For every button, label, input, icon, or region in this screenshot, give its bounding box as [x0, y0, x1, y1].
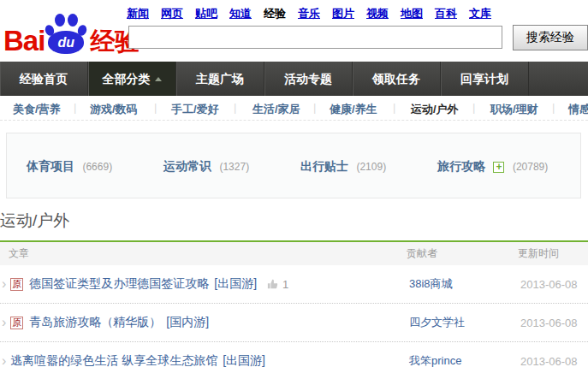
subcategory-count: (1327) — [219, 161, 249, 173]
category-career[interactable]: 职场/理财 — [490, 102, 538, 117]
article-cell: › 原 青岛旅游攻略（精华版） [国内游] — [0, 315, 407, 330]
main-nav: 经验首页 全部分类 主题广场 活动专题 领取任务 回享计划 — [0, 62, 588, 96]
article-cell: › 逃离喧嚣的绿色生活 纵享全球生态旅馆 [出国游] — [0, 353, 407, 369]
category-emotion[interactable]: 情感/交际 — [568, 102, 588, 117]
search-button[interactable]: 搜索经验 — [513, 25, 588, 50]
main-nav-all-categories-label: 全部分类 — [103, 72, 151, 86]
search-input[interactable] — [128, 26, 502, 49]
main-nav-home[interactable]: 经验首页 — [0, 62, 88, 96]
category-separator — [74, 101, 76, 114]
top-nav-zhidao[interactable]: 知道 — [229, 7, 252, 20]
chevron-right-icon: › — [2, 354, 6, 368]
logo-bai-text: Bai — [3, 28, 45, 54]
thumbs-up-icon — [267, 278, 279, 290]
chevron-right-icon: › — [2, 316, 6, 329]
header-updated: 更新时间 — [518, 242, 588, 265]
top-nav-news[interactable]: 新闻 — [127, 7, 149, 20]
contributor-cell: 38i8商城 — [407, 276, 518, 292]
article-tag[interactable]: [国内游] — [166, 315, 209, 330]
top-nav-video[interactable]: 视频 — [366, 7, 389, 20]
main-nav-huixiang-plan[interactable]: 回享计划 — [441, 62, 529, 96]
subcategory-count: (20789) — [513, 161, 548, 173]
table-row: › 原 青岛旅游攻略（精华版） [国内游] 四夕文学社 2013-06-08 — [0, 304, 588, 342]
main-nav-all-categories[interactable]: 全部分类 — [88, 62, 176, 96]
contributor-cell: 我笨prince — [407, 353, 518, 369]
category-games[interactable]: 游戏/数码 — [90, 102, 138, 117]
header-contributor: 贡献者 — [407, 242, 518, 265]
original-badge: 原 — [10, 317, 23, 329]
article-tag[interactable]: [出国游] — [214, 276, 257, 292]
original-badge: 原 — [10, 278, 23, 291]
subcategory-link[interactable]: 运动常识 — [163, 159, 211, 173]
likes-value: 1 — [282, 278, 288, 291]
main-nav-topic-square[interactable]: 主题广场 — [176, 62, 264, 96]
subcategory-panel: 体育项目 (6669) 运动常识 (1327) 出行贴士 (2109) 旅行攻略… — [6, 133, 581, 198]
contributor-link[interactable]: 四夕文学社 — [409, 316, 465, 329]
subcategory-travel-guide: 旅行攻略 + (20789) — [437, 158, 548, 175]
category-strip: 美食/营养 游戏/数码 手工/爱好 生活/家居 健康/养生 运动/户外 职场/理… — [0, 96, 588, 121]
contributor-link[interactable]: 38i8商城 — [409, 277, 453, 290]
subcategory-travel-tips: 出行贴士 (2109) — [300, 158, 386, 175]
subcategory-sports-knowledge: 运动常识 (1327) — [163, 158, 249, 175]
subcategory-count: (6669) — [82, 161, 112, 173]
table-row: › 原 德国签证类型及办理德国签证攻略 [出国游] 1 38i8商城 2013-… — [0, 265, 588, 304]
contributor-link[interactable]: 我笨prince — [409, 354, 461, 367]
date-cell: 2013-06-08 — [518, 355, 588, 368]
top-nav-jingyan-current[interactable]: 经验 — [264, 7, 286, 20]
date-cell: 2013-06-08 — [518, 317, 588, 329]
article-link[interactable]: 青岛旅游攻略（精华版） — [29, 315, 161, 330]
table-row: › 逃离喧嚣的绿色生活 纵享全球生态旅馆 [出国游] 我笨prince 2013… — [0, 342, 588, 373]
table-header: 文章 贡献者 更新时间 — [0, 242, 588, 265]
expand-add-icon[interactable]: + — [493, 162, 504, 173]
category-home[interactable]: 生活/家居 — [252, 102, 300, 117]
article-link[interactable]: 逃离喧嚣的绿色生活 纵享全球生态旅馆 — [10, 353, 217, 369]
subcategory-sports-projects: 体育项目 (6669) — [27, 158, 112, 175]
date-cell: 2013-06-08 — [518, 278, 588, 291]
contributor-cell: 四夕文学社 — [407, 315, 518, 330]
category-separator — [393, 101, 395, 114]
baidu-jingyan-page: Bai du 经验 新闻网页贴吧知道经验音乐图片视频地图百科文库 搜索经验 经验… — [0, 0, 588, 373]
category-separator — [154, 101, 157, 114]
category-separator — [313, 101, 316, 114]
main-nav-activities[interactable]: 活动专题 — [264, 62, 353, 96]
article-table: 文章 贡献者 更新时间 › 原 德国签证类型及办理德国签证攻略 [出国游] 1 … — [0, 240, 588, 373]
chevron-right-icon: › — [2, 277, 6, 291]
baidu-paw-icon: du — [45, 11, 86, 54]
page-title: 运动/户外 — [0, 210, 69, 232]
logo-du-text: du — [58, 35, 75, 50]
dropdown-arrow-icon — [155, 77, 162, 81]
category-crafts[interactable]: 手工/爱好 — [171, 102, 219, 117]
subcategory-link[interactable]: 出行贴士 — [300, 159, 348, 173]
main-nav-tasks[interactable]: 领取任务 — [353, 62, 441, 96]
header-article: 文章 — [0, 242, 407, 265]
top-nav: 新闻网页贴吧知道经验音乐图片视频地图百科文库 — [127, 6, 503, 21]
category-separator — [234, 101, 236, 114]
article-tag[interactable]: [出国游] — [223, 353, 265, 369]
category-health[interactable]: 健康/养生 — [330, 102, 377, 117]
subcategory-link[interactable]: 体育项目 — [27, 159, 74, 173]
category-food[interactable]: 美食/营养 — [13, 102, 61, 117]
top-nav-music[interactable]: 音乐 — [298, 7, 320, 20]
subcategory-link[interactable]: 旅行攻略 — [437, 159, 485, 173]
article-link[interactable]: 德国签证类型及办理德国签证攻略 — [29, 276, 209, 292]
article-cell: › 原 德国签证类型及办理德国签证攻略 [出国游] 1 — [0, 276, 407, 292]
top-nav-maps[interactable]: 地图 — [401, 7, 423, 20]
likes-count: 1 — [267, 278, 288, 291]
subcategory-count: (2109) — [356, 161, 386, 173]
category-sports-outdoor-active[interactable]: 运动/户外 — [411, 102, 459, 117]
top-nav-baike[interactable]: 百科 — [435, 7, 457, 20]
top-nav-images[interactable]: 图片 — [332, 7, 354, 20]
category-separator — [472, 101, 475, 114]
top-nav-tieba[interactable]: 贴吧 — [195, 7, 217, 20]
top-nav-wenku[interactable]: 文库 — [469, 7, 491, 20]
baidu-jingyan-logo[interactable]: Bai du 经验 — [3, 11, 140, 54]
category-separator — [552, 101, 555, 114]
top-nav-web[interactable]: 网页 — [161, 7, 183, 20]
